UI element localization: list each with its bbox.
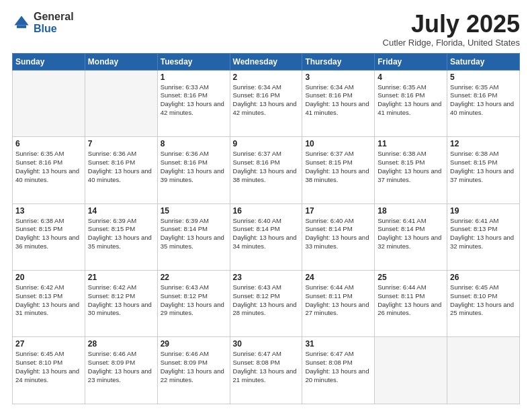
day-info: Sunrise: 6:35 AM Sunset: 8:16 PM Dayligh… [450, 83, 517, 118]
calendar-day-cell: 26Sunrise: 6:45 AM Sunset: 8:10 PM Dayli… [447, 271, 520, 337]
calendar-week-row: 13Sunrise: 6:38 AM Sunset: 8:15 PM Dayli… [13, 203, 520, 270]
month-title: July 2025 [383, 11, 520, 38]
calendar-table: Sunday Monday Tuesday Wednesday Thursday… [12, 53, 520, 404]
logo-icon [12, 13, 31, 32]
logo-general: General [34, 11, 74, 23]
col-thursday: Thursday [302, 53, 375, 70]
calendar-day-cell: 2Sunrise: 6:34 AM Sunset: 8:16 PM Daylig… [230, 70, 302, 136]
page: General Blue July 2025 Cutler Ridge, Flo… [0, 0, 532, 411]
day-info: Sunrise: 6:38 AM Sunset: 8:15 PM Dayligh… [378, 150, 444, 184]
calendar-day-cell: 13Sunrise: 6:38 AM Sunset: 8:15 PM Dayli… [13, 203, 85, 270]
day-info: Sunrise: 6:46 AM Sunset: 8:09 PM Dayligh… [88, 350, 154, 384]
day-number: 6 [15, 139, 82, 148]
day-number: 22 [161, 273, 227, 282]
calendar-week-row: 27Sunrise: 6:45 AM Sunset: 8:10 PM Dayli… [13, 337, 520, 404]
day-info: Sunrise: 6:37 AM Sunset: 8:16 PM Dayligh… [233, 150, 300, 184]
day-info: Sunrise: 6:39 AM Sunset: 8:15 PM Dayligh… [88, 217, 154, 251]
calendar-day-cell: 10Sunrise: 6:37 AM Sunset: 8:15 PM Dayli… [302, 137, 375, 203]
calendar-day-cell: 3Sunrise: 6:34 AM Sunset: 8:16 PM Daylig… [302, 70, 375, 136]
calendar-day-cell [447, 337, 520, 404]
col-wednesday: Wednesday [230, 53, 302, 70]
calendar-day-cell: 7Sunrise: 6:36 AM Sunset: 8:16 PM Daylig… [85, 137, 157, 203]
day-number: 9 [233, 139, 300, 148]
calendar-day-cell: 17Sunrise: 6:40 AM Sunset: 8:14 PM Dayli… [302, 203, 375, 270]
title-block: July 2025 Cutler Ridge, Florida, United … [383, 11, 520, 48]
calendar-day-cell [85, 70, 157, 136]
calendar-body: 1Sunrise: 6:33 AM Sunset: 8:16 PM Daylig… [13, 70, 520, 404]
calendar-day-cell: 9Sunrise: 6:37 AM Sunset: 8:16 PM Daylig… [230, 137, 302, 203]
calendar-week-row: 20Sunrise: 6:42 AM Sunset: 8:13 PM Dayli… [13, 271, 520, 337]
calendar-day-cell: 4Sunrise: 6:35 AM Sunset: 8:16 PM Daylig… [375, 70, 447, 136]
logo-text: General Blue [34, 11, 74, 34]
day-info: Sunrise: 6:40 AM Sunset: 8:14 PM Dayligh… [233, 217, 300, 251]
calendar-day-cell: 29Sunrise: 6:46 AM Sunset: 8:09 PM Dayli… [157, 337, 230, 404]
day-info: Sunrise: 6:34 AM Sunset: 8:16 PM Dayligh… [305, 83, 371, 118]
day-info: Sunrise: 6:38 AM Sunset: 8:15 PM Dayligh… [15, 217, 82, 251]
day-number: 20 [15, 273, 82, 282]
calendar-day-cell: 30Sunrise: 6:47 AM Sunset: 8:08 PM Dayli… [230, 337, 302, 404]
day-number: 29 [161, 339, 227, 349]
header: General Blue July 2025 Cutler Ridge, Flo… [12, 11, 520, 48]
calendar-day-cell: 23Sunrise: 6:43 AM Sunset: 8:12 PM Dayli… [230, 271, 302, 337]
calendar-day-cell: 14Sunrise: 6:39 AM Sunset: 8:15 PM Dayli… [85, 203, 157, 270]
day-info: Sunrise: 6:35 AM Sunset: 8:16 PM Dayligh… [15, 150, 82, 184]
day-info: Sunrise: 6:43 AM Sunset: 8:12 PM Dayligh… [161, 283, 227, 318]
col-sunday: Sunday [13, 53, 85, 70]
day-number: 19 [450, 206, 517, 216]
day-number: 2 [233, 73, 300, 82]
day-number: 5 [450, 73, 517, 82]
day-number: 26 [450, 273, 517, 282]
day-info: Sunrise: 6:33 AM Sunset: 8:16 PM Dayligh… [161, 83, 227, 118]
day-number: 12 [450, 139, 517, 148]
day-info: Sunrise: 6:34 AM Sunset: 8:16 PM Dayligh… [233, 83, 300, 118]
day-number: 15 [161, 206, 227, 216]
day-number: 16 [233, 206, 300, 216]
day-info: Sunrise: 6:43 AM Sunset: 8:12 PM Dayligh… [233, 283, 300, 318]
calendar-day-cell: 6Sunrise: 6:35 AM Sunset: 8:16 PM Daylig… [13, 137, 85, 203]
day-number: 23 [233, 273, 300, 282]
col-tuesday: Tuesday [157, 53, 230, 70]
col-friday: Friday [375, 53, 447, 70]
day-number: 31 [305, 339, 371, 349]
calendar-day-cell: 28Sunrise: 6:46 AM Sunset: 8:09 PM Dayli… [85, 337, 157, 404]
calendar-day-cell: 21Sunrise: 6:42 AM Sunset: 8:12 PM Dayli… [85, 271, 157, 337]
day-number: 25 [378, 273, 444, 282]
calendar-day-cell: 24Sunrise: 6:44 AM Sunset: 8:11 PM Dayli… [302, 271, 375, 337]
calendar-day-cell [375, 337, 447, 404]
day-info: Sunrise: 6:44 AM Sunset: 8:11 PM Dayligh… [305, 283, 371, 318]
day-info: Sunrise: 6:47 AM Sunset: 8:08 PM Dayligh… [305, 350, 371, 384]
calendar-day-cell: 22Sunrise: 6:43 AM Sunset: 8:12 PM Dayli… [157, 271, 230, 337]
calendar-day-cell: 8Sunrise: 6:36 AM Sunset: 8:16 PM Daylig… [157, 137, 230, 203]
calendar-day-cell: 20Sunrise: 6:42 AM Sunset: 8:13 PM Dayli… [13, 271, 85, 337]
calendar-day-cell: 19Sunrise: 6:41 AM Sunset: 8:13 PM Dayli… [447, 203, 520, 270]
logo: General Blue [12, 11, 74, 34]
calendar-week-row: 1Sunrise: 6:33 AM Sunset: 8:16 PM Daylig… [13, 70, 520, 136]
day-info: Sunrise: 6:40 AM Sunset: 8:14 PM Dayligh… [305, 217, 371, 251]
svg-marker-0 [15, 15, 29, 25]
calendar-day-cell: 31Sunrise: 6:47 AM Sunset: 8:08 PM Dayli… [302, 337, 375, 404]
day-number: 17 [305, 206, 371, 216]
calendar-day-cell: 27Sunrise: 6:45 AM Sunset: 8:10 PM Dayli… [13, 337, 85, 404]
day-number: 11 [378, 139, 444, 148]
header-row: Sunday Monday Tuesday Wednesday Thursday… [13, 53, 520, 70]
day-number: 10 [305, 139, 371, 148]
day-number: 30 [233, 339, 300, 349]
day-number: 18 [378, 206, 444, 216]
calendar-header: Sunday Monday Tuesday Wednesday Thursday… [13, 53, 520, 70]
calendar-day-cell: 18Sunrise: 6:41 AM Sunset: 8:14 PM Dayli… [375, 203, 447, 270]
calendar-day-cell: 15Sunrise: 6:39 AM Sunset: 8:14 PM Dayli… [157, 203, 230, 270]
day-info: Sunrise: 6:36 AM Sunset: 8:16 PM Dayligh… [88, 150, 154, 184]
svg-rect-1 [17, 25, 26, 28]
day-info: Sunrise: 6:42 AM Sunset: 8:12 PM Dayligh… [88, 283, 154, 318]
day-number: 7 [88, 139, 154, 148]
day-info: Sunrise: 6:36 AM Sunset: 8:16 PM Dayligh… [161, 150, 227, 184]
logo-blue: Blue [34, 23, 74, 35]
col-saturday: Saturday [447, 53, 520, 70]
day-info: Sunrise: 6:45 AM Sunset: 8:10 PM Dayligh… [450, 283, 517, 318]
day-info: Sunrise: 6:41 AM Sunset: 8:14 PM Dayligh… [378, 217, 444, 251]
calendar-day-cell: 5Sunrise: 6:35 AM Sunset: 8:16 PM Daylig… [447, 70, 520, 136]
day-info: Sunrise: 6:42 AM Sunset: 8:13 PM Dayligh… [15, 283, 82, 318]
day-number: 21 [88, 273, 154, 282]
calendar-day-cell: 12Sunrise: 6:38 AM Sunset: 8:15 PM Dayli… [447, 137, 520, 203]
day-number: 8 [161, 139, 227, 148]
